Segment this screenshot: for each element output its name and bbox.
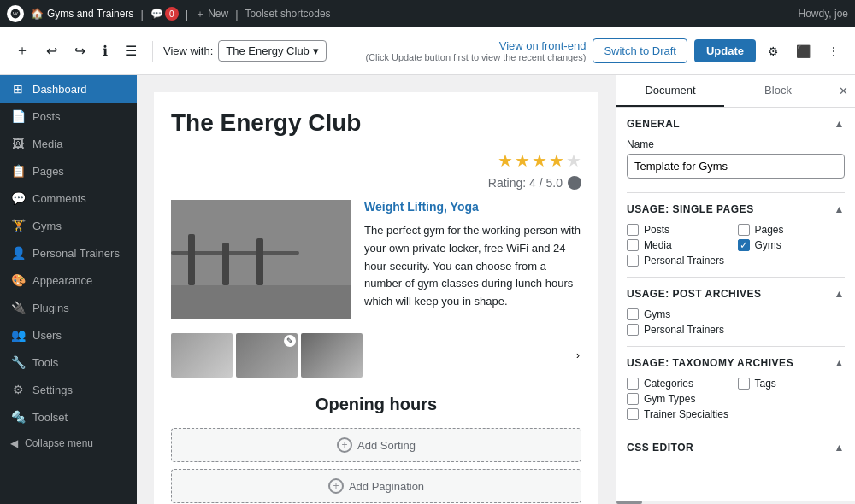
update-button[interactable]: Update (694, 39, 756, 62)
taxonomy-categories-checkbox[interactable] (627, 378, 639, 390)
taxonomy-trainerspecs-checkbox[interactable] (627, 408, 639, 420)
svg-text:W: W (13, 11, 18, 16)
single-gyms-item[interactable]: ✓ Gyms (738, 239, 846, 251)
switch-draft-button[interactable]: Switch to Draft (593, 38, 687, 63)
sidebar-item-tools[interactable]: 🔧 Tools (0, 349, 137, 376)
wordpress-logo[interactable]: W (7, 5, 24, 22)
taxonomy-gym-types-item[interactable]: Gym Types (627, 393, 845, 405)
sidebar-item-appearance[interactable]: 🎨 Appearance (0, 267, 137, 294)
scrollbar-track (616, 501, 855, 504)
sidebar-item-media[interactable]: 🖼 Media (0, 130, 137, 157)
info-button[interactable]: ℹ (97, 38, 113, 64)
taxonomy-categories-item[interactable]: Categories (627, 378, 734, 390)
view-select[interactable]: The Energy Club ▾ (218, 40, 327, 62)
usage-single-pages-section: Usage: single pages ▲ Posts Pages Media (627, 203, 845, 267)
single-media-item[interactable]: Media (627, 239, 734, 251)
taxonomy-items: Categories Tags (627, 378, 845, 390)
divider-1 (627, 192, 845, 193)
archives-gyms-checkbox[interactable] (627, 308, 639, 320)
star-5: ★ (566, 150, 581, 171)
sidebar-item-dashboard[interactable]: ⊞ Dashboard (0, 75, 137, 103)
css-toggle[interactable]: ▲ (834, 442, 845, 454)
add-block-button[interactable]: ＋ (10, 37, 34, 65)
add-pagination-button[interactable]: + Add Pagination (171, 469, 581, 503)
single-posts-checkbox[interactable] (627, 224, 639, 236)
divider-2 (627, 277, 845, 278)
rating-stars: ★ ★ ★ ★ ★ (171, 150, 581, 171)
gym-description: The perfect gym for the working person w… (364, 222, 581, 311)
sidebar-item-plugins[interactable]: 🔌 Plugins (0, 294, 137, 321)
archives-toggle[interactable]: ▲ (834, 288, 845, 300)
taxonomy-tags-checkbox[interactable] (738, 378, 750, 390)
single-pages-item[interactable]: Pages (738, 224, 846, 236)
taxonomy-toggle[interactable]: ▲ (834, 357, 845, 369)
toolset-shortcodes[interactable]: Toolset shortcodes (245, 8, 331, 20)
toolset-icon: 🔩 (10, 410, 26, 424)
thumbnail-strip: ‹ ✎ › (171, 333, 581, 378)
single-personal-trainers-item[interactable]: Personal Trainers (627, 255, 845, 267)
single-pages-toggle[interactable]: ▲ (834, 203, 845, 215)
more-button[interactable]: ⋮ (823, 39, 845, 63)
notifications[interactable]: 💬 0 (150, 7, 179, 21)
taxonomy-gymtypes-checkbox[interactable] (627, 393, 639, 405)
sidebar-item-pages[interactable]: 📋 Pages (0, 157, 137, 185)
sidebar-item-gyms[interactable]: 🏋 Gyms (0, 212, 137, 239)
archives-pt-item[interactable]: Personal Trainers (627, 324, 845, 336)
thumb-next[interactable]: › (569, 347, 587, 364)
archives-gyms-item[interactable]: Gyms (627, 308, 845, 320)
general-section: General ▲ Name (627, 118, 845, 179)
redo-button[interactable]: ↪ (69, 38, 91, 64)
thumbnail-2: ✎ (236, 333, 298, 378)
page-title: The Energy Club (171, 109, 581, 137)
new-button[interactable]: ＋ New (195, 7, 228, 21)
scrollbar-thumb[interactable] (616, 501, 642, 504)
single-gyms-checkbox[interactable]: ✓ (738, 239, 750, 251)
media-icon: 🖼 (10, 137, 26, 150)
thumbnail-1 (171, 333, 233, 378)
panel-close-button[interactable]: ✕ (832, 78, 855, 104)
view-with-label: View with: The Energy Club ▾ (163, 40, 327, 62)
star-2: ★ (515, 150, 530, 171)
admin-top-bar: W 🏠 Gyms and Trainers | 💬 0 | ＋ New | To… (0, 0, 855, 27)
content-area: The Energy Club ★ ★ ★ ★ ★ Rating: 4 / 5.… (137, 75, 616, 504)
single-posts-item[interactable]: Posts (627, 224, 734, 236)
patterns-button[interactable]: ⬛ (791, 39, 816, 63)
name-input[interactable] (627, 154, 845, 179)
single-media-checkbox[interactable] (627, 239, 639, 251)
main-area: ⊞ Dashboard 📄 Posts 🖼 Media 📋 Pages 💬 Co… (0, 75, 855, 504)
opening-hours-title: Opening hours (171, 395, 581, 414)
general-toggle[interactable]: ▲ (834, 118, 845, 130)
single-pt-checkbox[interactable] (627, 255, 639, 267)
css-editor-section: CSS editor ▲ (627, 442, 845, 454)
list-view-button[interactable]: ☰ (120, 38, 142, 64)
personal-trainers-icon: 👤 (10, 246, 26, 260)
svg-rect-5 (222, 243, 229, 285)
archives-pt-checkbox[interactable] (627, 324, 639, 336)
toolbar-separator (152, 41, 153, 62)
sidebar-item-toolset[interactable]: 🔩 Toolset (0, 403, 137, 431)
settings-button[interactable]: ⚙ (763, 39, 784, 63)
add-sorting-button[interactable]: + Add Sorting (171, 428, 581, 462)
single-pages-checkbox[interactable] (738, 224, 750, 236)
collapse-icon: ◀ (10, 437, 18, 449)
tab-document[interactable]: Document (616, 75, 724, 107)
thumbnail-3 (301, 333, 363, 378)
sidebar-item-settings[interactable]: ⚙ Settings (0, 376, 137, 403)
undo-button[interactable]: ↩ (41, 38, 62, 64)
dashboard-icon: ⊞ (10, 82, 26, 96)
right-panel: Document Block ✕ General ▲ Name Usage: s… (616, 75, 855, 504)
front-end-link-container: View on front-end (Click Update button f… (365, 39, 586, 62)
site-name[interactable]: 🏠 Gyms and Trainers (31, 8, 133, 20)
sidebar-item-users[interactable]: 👥 Users (0, 321, 137, 349)
thumb-edit-icon[interactable]: ✎ (284, 335, 296, 347)
collapse-menu[interactable]: ◀ Collapse menu (0, 431, 137, 456)
taxonomy-trainer-specialties-item[interactable]: Trainer Specialties (627, 408, 845, 420)
svg-rect-4 (188, 234, 195, 285)
usage-post-archives-section: Usage: post archives ▲ Gyms Personal Tra… (627, 288, 845, 336)
front-end-link[interactable]: View on front-end (365, 39, 586, 52)
sidebar-item-posts[interactable]: 📄 Posts (0, 103, 137, 130)
tab-block[interactable]: Block (724, 75, 832, 107)
sidebar-item-comments[interactable]: 💬 Comments (0, 185, 137, 212)
taxonomy-tags-item[interactable]: Tags (738, 378, 846, 390)
sidebar-item-personal-trainers[interactable]: 👤 Personal Trainers (0, 239, 137, 267)
